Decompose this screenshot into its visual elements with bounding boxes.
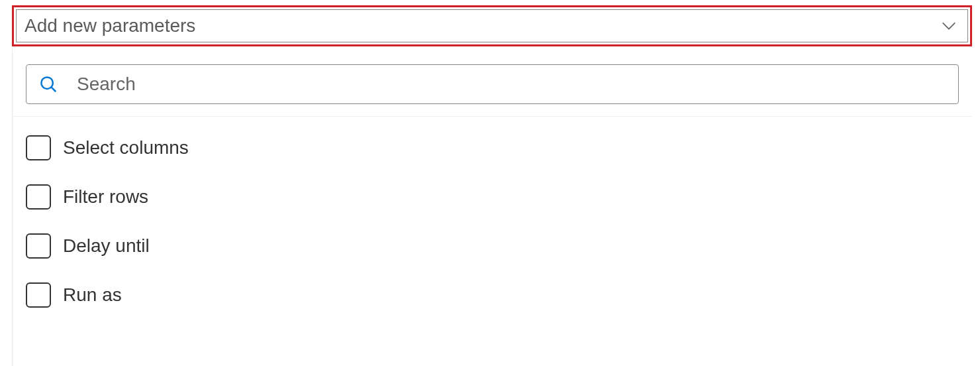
add-parameters-dropdown[interactable]: Add new parameters	[12, 5, 972, 46]
checkbox[interactable]	[26, 184, 51, 210]
option-select-columns[interactable]: Select columns	[26, 123, 959, 172]
svg-line-1	[51, 87, 56, 91]
option-label: Filter rows	[63, 186, 148, 208]
search-container	[13, 48, 972, 117]
option-delay-until[interactable]: Delay until	[26, 221, 959, 271]
checkbox[interactable]	[26, 135, 51, 160]
checkbox[interactable]	[26, 282, 51, 308]
dropdown-panel: Select columns Filter rows Delay until R…	[12, 48, 972, 366]
chevron-down-icon	[940, 17, 958, 35]
dropdown-label: Add new parameters	[24, 15, 195, 36]
option-label: Run as	[63, 284, 122, 306]
search-box[interactable]	[26, 64, 959, 104]
search-input[interactable]	[77, 74, 946, 95]
svg-point-0	[41, 77, 53, 89]
checkbox[interactable]	[26, 233, 51, 259]
option-run-as[interactable]: Run as	[26, 271, 959, 320]
option-label: Select columns	[63, 137, 189, 158]
option-filter-rows[interactable]: Filter rows	[26, 172, 959, 221]
search-icon	[38, 74, 58, 94]
option-label: Delay until	[63, 235, 150, 257]
options-list: Select columns Filter rows Delay until R…	[13, 117, 972, 320]
